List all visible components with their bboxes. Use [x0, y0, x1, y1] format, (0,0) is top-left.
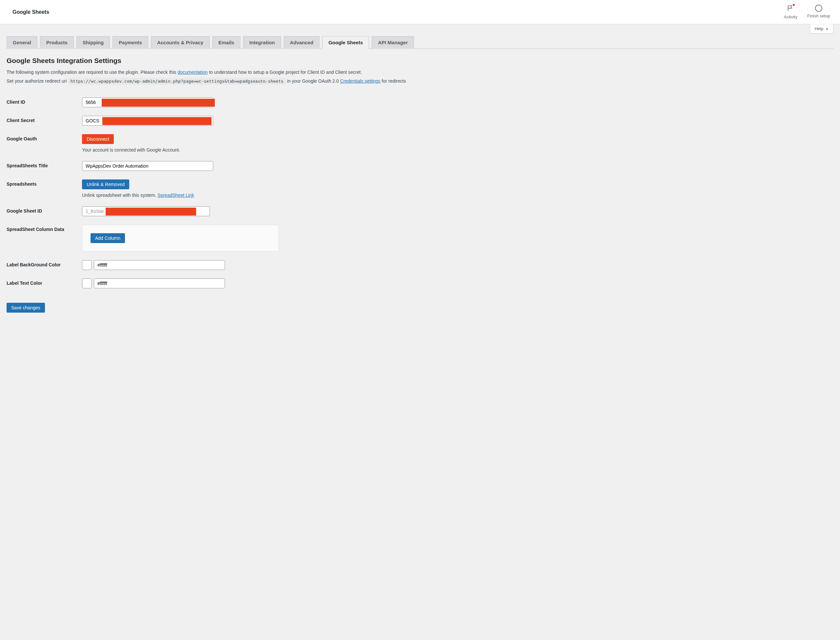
google-sheet-id-input — [82, 206, 210, 216]
label-text-color-label: Label Text Color — [6, 275, 82, 294]
tab-shipping[interactable]: Shipping — [77, 36, 110, 49]
oauth-help-text: Your account is connected with Google Ac… — [82, 147, 834, 152]
redirect-uri-code: https://wc.wpappsdev.com/wp-admin/admin.… — [68, 78, 286, 85]
chevron-down-icon: ▼ — [826, 27, 829, 31]
spreadsheets-title-label: SpreadSheets Title — [6, 158, 82, 176]
label-bg-color-label: Label BackGround Color — [6, 257, 82, 275]
client-id-label: Client ID — [6, 94, 82, 112]
circle-icon — [815, 5, 822, 12]
text-color-input[interactable] — [94, 278, 225, 288]
tab-emails[interactable]: Emails — [212, 36, 240, 49]
credentials-settings-link[interactable]: Credentials settings — [340, 78, 381, 84]
help-toggle-button[interactable]: Help ▼ — [810, 24, 834, 34]
finish-setup-label: Finish setup — [807, 13, 830, 18]
flag-icon — [787, 5, 794, 13]
text-color-swatch[interactable] — [82, 278, 92, 288]
toolbar-right: Activity Finish setup — [784, 5, 830, 19]
submit-row: Save changes — [6, 303, 834, 313]
page-title: Google Sheets — [13, 9, 49, 15]
tab-api-manager[interactable]: API Manager — [372, 36, 414, 49]
client-secret-label: Client Secret — [6, 112, 82, 131]
desc-line-2: Set your authorize redirect uri https://… — [6, 77, 834, 85]
column-data-label: SpreadSheet Column Data — [6, 221, 82, 257]
finish-setup-button[interactable]: Finish setup — [807, 5, 830, 19]
tab-payments[interactable]: Payments — [112, 36, 148, 49]
column-data-box: Add Column — [82, 225, 279, 251]
tab-products[interactable]: Products — [40, 36, 74, 49]
client-secret-input[interactable] — [82, 116, 213, 126]
bg-color-swatch[interactable] — [82, 260, 92, 270]
tab-advanced[interactable]: Advanced — [284, 36, 320, 49]
spreadsheets-title-input[interactable] — [82, 161, 213, 171]
save-changes-button[interactable]: Save changes — [6, 303, 45, 313]
google-sheet-id-label: Google Sheet ID — [6, 203, 82, 221]
tab-accounts-privacy[interactable]: Accounts & Privacy — [151, 36, 210, 49]
disconnect-button[interactable]: Disconnect — [82, 134, 114, 144]
settings-form-table: Client ID Client Secret Google Oauth Dis… — [6, 94, 834, 294]
tab-general[interactable]: General — [6, 36, 37, 49]
unlink-help-text: Unlink spreadsheet with this system. Spr… — [82, 192, 834, 198]
activity-label: Activity — [784, 14, 797, 19]
add-column-button[interactable]: Add Column — [91, 233, 125, 243]
bg-color-input[interactable] — [94, 260, 225, 270]
settings-tabs: General Products Shipping Payments Accou… — [6, 36, 834, 49]
tab-google-sheets[interactable]: Google Sheets — [322, 36, 369, 49]
top-toolbar: Google Sheets Activity Finish setup — [0, 0, 840, 24]
tab-integration[interactable]: Integration — [243, 36, 281, 49]
section-heading: Google Sheets Integration Settings — [6, 57, 834, 65]
spreadsheet-link[interactable]: SpreadSheet Link — [157, 192, 194, 198]
main-content: General Products Shipping Payments Accou… — [0, 36, 840, 322]
help-row: Help ▼ — [0, 24, 840, 34]
desc-line-1: The following system configuration are r… — [6, 69, 834, 76]
activity-button[interactable]: Activity — [784, 5, 797, 19]
google-oauth-label: Google Oauth — [6, 131, 82, 158]
client-id-input[interactable] — [82, 98, 213, 107]
documentation-link[interactable]: documentation — [178, 70, 208, 75]
unlink-removed-button[interactable]: Unlink & Removed — [82, 179, 129, 189]
spreadsheets-label: Spreadsheets — [6, 176, 82, 203]
